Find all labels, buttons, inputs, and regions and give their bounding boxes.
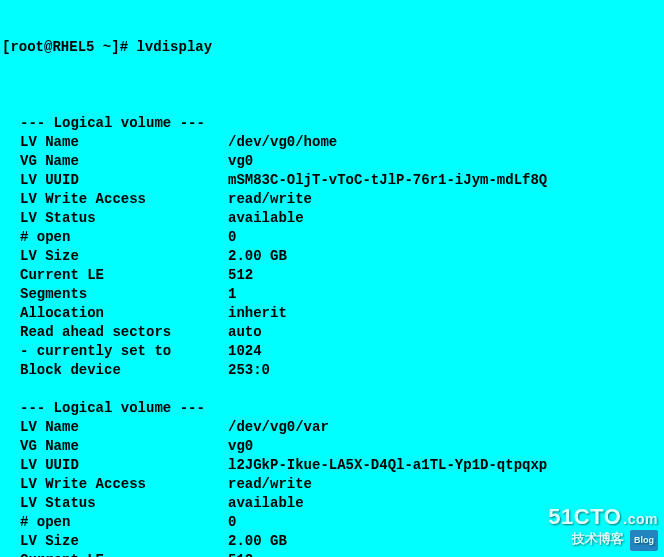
lv-property-value: /dev/vg0/var <box>228 418 662 437</box>
lv-property-value: 512 <box>228 551 662 557</box>
watermark-tagline: 技术博客 Blog <box>548 529 658 551</box>
command-text: lvdisplay <box>136 38 212 57</box>
prompt-text: [root@RHEL5 ~]# <box>2 38 136 57</box>
lv-property-label: Current LE <box>20 551 228 557</box>
lv-property-value: 1 <box>228 285 662 304</box>
volumes-container: --- Logical volume ---LV Name/dev/vg0/ho… <box>2 114 662 557</box>
lv-property-row: LV Write Accessread/write <box>2 475 662 494</box>
lv-property-value: read/write <box>228 475 662 494</box>
lv-property-label: LV Name <box>20 418 228 437</box>
lv-property-label: - currently set to <box>20 342 228 361</box>
volume-header: --- Logical volume --- <box>2 399 662 418</box>
lv-property-row: LV UUIDmSM83C-OljT-vToC-tJlP-76r1-iJym-m… <box>2 171 662 190</box>
lv-property-row: Current LE512 <box>2 551 662 557</box>
lv-property-row: Allocationinherit <box>2 304 662 323</box>
lv-property-row: LV UUIDl2JGkP-Ikue-LA5X-D4Ql-a1TL-Yp1D-q… <box>2 456 662 475</box>
lv-property-label: Read ahead sectors <box>20 323 228 342</box>
lv-property-row: VG Namevg0 <box>2 152 662 171</box>
lv-property-label: LV Write Access <box>20 190 228 209</box>
lv-property-value: read/write <box>228 190 662 209</box>
lv-property-label: # open <box>20 513 228 532</box>
lv-property-row: LV Write Accessread/write <box>2 190 662 209</box>
lv-property-value: vg0 <box>228 437 662 456</box>
lv-property-row: LV Size2.00 GB <box>2 247 662 266</box>
lv-property-row: Current LE512 <box>2 266 662 285</box>
lv-property-label: LV Size <box>20 532 228 551</box>
lv-property-value: l2JGkP-Ikue-LA5X-D4Ql-a1TL-Yp1D-qtpqxp <box>228 456 662 475</box>
lv-property-label: LV UUID <box>20 171 228 190</box>
lv-property-label: LV Status <box>20 494 228 513</box>
lv-property-row: LV Statusavailable <box>2 209 662 228</box>
lv-property-label: Block device <box>20 361 228 380</box>
lv-property-label: LV Write Access <box>20 475 228 494</box>
lv-property-value: available <box>228 209 662 228</box>
lv-property-label: LV Name <box>20 133 228 152</box>
lv-property-value: mSM83C-OljT-vToC-tJlP-76r1-iJym-mdLf8Q <box>228 171 662 190</box>
lv-property-row: # open0 <box>2 228 662 247</box>
lv-property-label: Segments <box>20 285 228 304</box>
lv-property-label: VG Name <box>20 437 228 456</box>
lv-property-label: VG Name <box>20 152 228 171</box>
lv-property-label: LV UUID <box>20 456 228 475</box>
lv-property-label: LV Status <box>20 209 228 228</box>
lv-property-value: 253:0 <box>228 361 662 380</box>
terminal-output: [root@RHEL5 ~]# lvdisplay --- Logical vo… <box>0 0 664 557</box>
lv-property-value: 0 <box>228 228 662 247</box>
lv-property-value: 2.00 GB <box>228 247 662 266</box>
watermark-brand: 51CTO.com <box>548 507 658 529</box>
lv-property-row: VG Namevg0 <box>2 437 662 456</box>
lv-property-row: Block device253:0 <box>2 361 662 380</box>
lv-property-label: # open <box>20 228 228 247</box>
lv-property-value: /dev/vg0/home <box>228 133 662 152</box>
volume-header: --- Logical volume --- <box>2 114 662 133</box>
lv-property-label: Allocation <box>20 304 228 323</box>
lv-property-value: auto <box>228 323 662 342</box>
lv-property-value: inherit <box>228 304 662 323</box>
lv-property-row: LV Name/dev/vg0/var <box>2 418 662 437</box>
lv-property-value: 1024 <box>228 342 662 361</box>
watermark: 51CTO.com 技术博客 Blog <box>548 507 658 551</box>
prompt-line[interactable]: [root@RHEL5 ~]# lvdisplay <box>2 38 662 57</box>
lv-property-value: 512 <box>228 266 662 285</box>
lv-property-label: Current LE <box>20 266 228 285</box>
lv-property-label: LV Size <box>20 247 228 266</box>
blank-line <box>2 380 662 399</box>
lv-property-row: - currently set to1024 <box>2 342 662 361</box>
lv-property-row: Read ahead sectorsauto <box>2 323 662 342</box>
lv-property-value: vg0 <box>228 152 662 171</box>
lv-property-row: Segments1 <box>2 285 662 304</box>
watermark-badge: Blog <box>630 530 658 551</box>
lv-property-row: LV Name/dev/vg0/home <box>2 133 662 152</box>
